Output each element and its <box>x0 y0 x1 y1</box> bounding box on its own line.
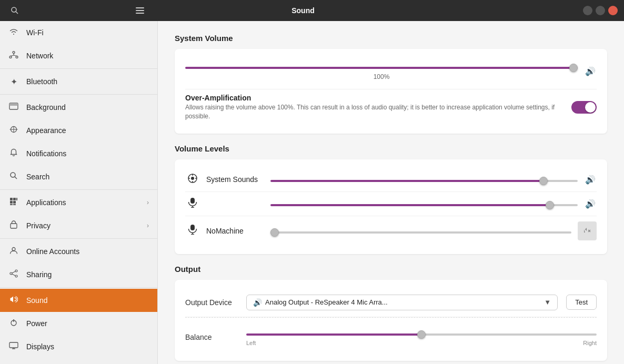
svg-point-7 <box>16 56 18 58</box>
sidebar: Wi-Fi Network ✦ Bluetooth <box>0 21 158 364</box>
nomachine-slider[interactable] <box>270 231 571 234</box>
hamburger-menu-button[interactable] <box>132 2 148 19</box>
svg-point-14 <box>11 173 15 177</box>
window-title: Sound <box>23 6 583 15</box>
sidebar-item-displays-label: Displays <box>26 342 149 351</box>
nomachine-mute-icon[interactable] <box>578 221 597 240</box>
sidebar-item-bluetooth-label: Bluetooth <box>26 77 149 86</box>
over-amplification-title: Over-Amplification <box>185 94 563 102</box>
svg-rect-2 <box>136 7 144 8</box>
over-amplification-text: Over-Amplification Allows raising the vo… <box>185 94 563 121</box>
bluetooth-icon: ✦ <box>8 77 19 87</box>
balance-labels: Left Right <box>246 340 597 346</box>
svg-rect-4 <box>136 13 144 14</box>
mic-slider-wrap <box>270 199 578 208</box>
system-sounds-volume-icon: 🔊 <box>584 175 597 185</box>
balance-right-label: Right <box>583 340 597 346</box>
svg-point-0 <box>12 7 16 12</box>
sound-icon <box>8 295 19 306</box>
test-button[interactable]: Test <box>566 295 597 310</box>
svg-rect-23 <box>11 224 17 228</box>
svg-rect-54 <box>190 198 195 204</box>
titlebar: Sound ─ □ ✕ <box>0 0 624 21</box>
volume-levels-title: Volume Levels <box>175 144 607 153</box>
sidebar-item-online-accounts-label: Online Accounts <box>26 247 149 256</box>
svg-point-5 <box>13 52 15 54</box>
sidebar-item-network[interactable]: Network <box>0 44 157 67</box>
mic-slider[interactable] <box>270 204 578 206</box>
search-icon <box>8 171 19 182</box>
sidebar-item-sound-label: Sound <box>26 296 149 305</box>
sidebar-item-privacy-label: Privacy <box>26 221 139 230</box>
balance-slider-wrap: Left Right <box>246 328 597 346</box>
svg-rect-17 <box>13 198 16 200</box>
svg-rect-20 <box>13 201 16 204</box>
wifi-icon <box>8 28 19 37</box>
system-sounds-row: System Sounds 🔊 <box>185 168 597 192</box>
sidebar-divider-4 <box>0 238 157 239</box>
system-volume-slider[interactable] <box>185 67 578 69</box>
output-card: Output Device 🔊 Analog Output - ReSpeake… <box>175 280 607 361</box>
nomachine-slider-wrap <box>270 226 571 236</box>
sidebar-divider-3 <box>0 189 157 190</box>
system-volume-slider-container: 100% <box>185 62 578 80</box>
close-button[interactable]: ✕ <box>608 6 618 15</box>
system-sounds-icon <box>185 173 200 186</box>
sidebar-item-applications-label: Applications <box>26 198 139 207</box>
svg-rect-19 <box>10 201 13 204</box>
svg-rect-12 <box>9 103 18 106</box>
over-amplification-toggle[interactable] <box>571 101 597 114</box>
system-volume-value: 100% <box>185 73 578 80</box>
sharing-icon <box>8 269 19 280</box>
output-device-speaker-icon: 🔊 <box>253 298 262 307</box>
notifications-icon <box>8 148 19 159</box>
output-device-label: Output Device <box>185 298 238 307</box>
privacy-icon <box>8 220 19 231</box>
sidebar-divider-2 <box>0 94 157 95</box>
sidebar-item-power-label: Power <box>26 319 149 328</box>
system-sounds-label: System Sounds <box>206 175 264 184</box>
mic-icon <box>185 197 200 210</box>
appearance-icon <box>8 126 19 135</box>
sidebar-item-privacy[interactable]: Privacy › <box>0 214 157 237</box>
sidebar-item-wifi-label: Wi-Fi <box>26 28 149 37</box>
output-device-name: Analog Output - ReSpeaker 4 Mic Arra... <box>265 298 541 306</box>
sidebar-item-notifications[interactable]: Notifications <box>0 142 157 165</box>
svg-point-24 <box>12 248 15 251</box>
sidebar-item-appearance[interactable]: Appearance <box>0 119 157 142</box>
over-amplification-row: Over-Amplification Allows raising the vo… <box>185 89 597 125</box>
sidebar-item-background[interactable]: Background <box>0 96 157 119</box>
svg-line-28 <box>12 271 15 273</box>
chevron-right-icon-2: › <box>147 222 149 229</box>
svg-line-29 <box>12 274 15 276</box>
svg-rect-32 <box>9 342 18 348</box>
sidebar-item-search[interactable]: Search <box>0 165 157 188</box>
sidebar-item-power[interactable]: Power <box>0 312 157 335</box>
output-device-dropdown[interactable]: 🔊 Analog Output - ReSpeaker 4 Mic Arra..… <box>246 295 558 310</box>
sidebar-divider-5 <box>0 287 157 288</box>
mic-row: 🔊 <box>185 192 597 216</box>
system-sounds-slider[interactable] <box>270 180 578 182</box>
sidebar-item-online-accounts[interactable]: Online Accounts <box>0 240 157 263</box>
sidebar-item-sharing-label: Sharing <box>26 270 149 279</box>
content-area: System Volume 100% 🔊 Over-Amplification … <box>158 21 624 364</box>
sidebar-item-sound[interactable]: Sound <box>0 289 157 312</box>
balance-slider[interactable] <box>246 333 597 336</box>
svg-rect-21 <box>10 204 13 205</box>
maximize-button[interactable]: □ <box>596 6 605 15</box>
svg-point-49 <box>191 177 194 180</box>
chevron-right-icon: › <box>147 199 149 206</box>
svg-point-26 <box>10 272 12 275</box>
sidebar-item-background-label: Background <box>26 103 149 112</box>
sidebar-item-mouse-touchpad[interactable]: Mouse & Touchpad <box>0 358 157 364</box>
sidebar-item-applications[interactable]: Applications › <box>0 191 157 214</box>
svg-point-25 <box>15 270 17 272</box>
sidebar-item-wifi[interactable]: Wi-Fi <box>0 21 157 44</box>
mic-volume-icon: 🔊 <box>584 199 597 209</box>
search-button[interactable] <box>6 2 23 19</box>
sidebar-item-displays[interactable]: Displays <box>0 335 157 358</box>
sidebar-item-sharing[interactable]: Sharing <box>0 263 157 286</box>
minimize-button[interactable]: ─ <box>583 6 592 15</box>
displays-icon <box>8 342 19 351</box>
sidebar-item-bluetooth[interactable]: ✦ Bluetooth <box>0 70 157 93</box>
